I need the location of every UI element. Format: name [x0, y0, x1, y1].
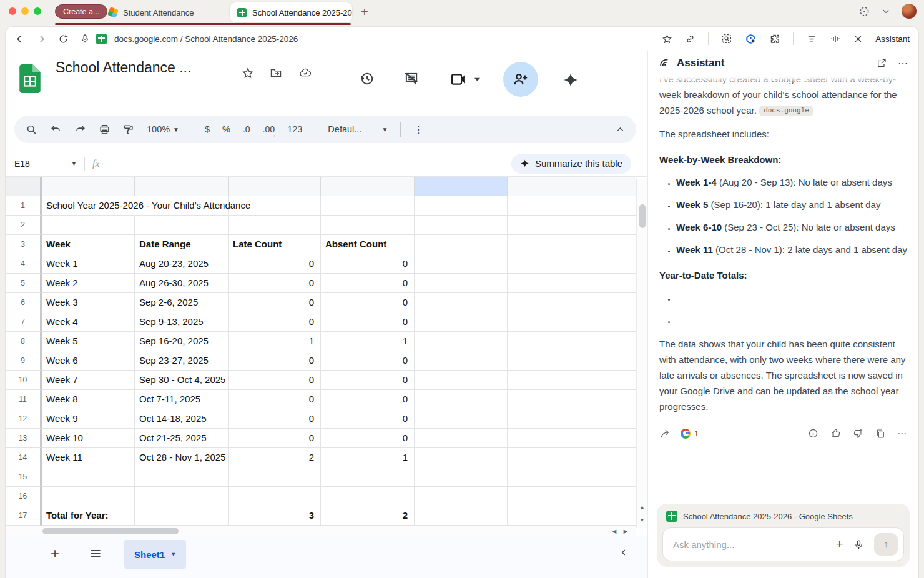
- cell-d[interactable]: 0: [321, 274, 415, 293]
- decrease-decimal-button[interactable]: .0←: [243, 124, 250, 134]
- cell-g[interactable]: [601, 371, 636, 390]
- cell-b[interactable]: Sep 16-20, 2025: [135, 332, 229, 351]
- cell-g[interactable]: [601, 409, 636, 429]
- camera-dropdown-caret[interactable]: [474, 77, 481, 82]
- move-folder-icon[interactable]: [269, 67, 283, 79]
- open-in-new-icon[interactable]: [877, 57, 887, 69]
- row-header[interactable]: 12: [6, 409, 42, 429]
- cell-c[interactable]: [229, 487, 321, 506]
- cell-e[interactable]: [415, 371, 508, 390]
- cell-a[interactable]: Week 7: [42, 371, 135, 390]
- print-icon[interactable]: [99, 124, 111, 136]
- cell-f[interactable]: [508, 216, 601, 235]
- cell-a[interactable]: Week 8: [42, 390, 135, 409]
- cell-e[interactable]: [415, 216, 508, 235]
- cell-f[interactable]: [508, 312, 601, 332]
- forward-icon[interactable]: [36, 34, 47, 44]
- cell-f[interactable]: [508, 332, 601, 351]
- message-more-icon[interactable]: ⋯: [897, 426, 907, 441]
- column-header[interactable]: [229, 177, 321, 196]
- audio-levels-icon[interactable]: [830, 33, 841, 44]
- cell-d[interactable]: [321, 487, 415, 506]
- reader-lines-icon[interactable]: [806, 33, 817, 44]
- toolbar-search-icon[interactable]: [26, 124, 37, 136]
- thumbs-down-icon[interactable]: [853, 428, 863, 439]
- share-button[interactable]: [503, 62, 538, 97]
- horizontal-scroll-thumb[interactable]: [42, 528, 179, 534]
- cell-b[interactable]: Sep 9-13, 2025: [135, 312, 229, 332]
- cell-b[interactable]: Oct 14-18, 2025: [135, 409, 229, 429]
- cloud-saved-icon[interactable]: [298, 67, 313, 79]
- url-field[interactable]: docs.google.com / School Attendance 2025…: [96, 34, 298, 44]
- assistant-toggle-label[interactable]: Assistant: [875, 34, 910, 44]
- cell-b[interactable]: Oct 7-11, 2025: [135, 390, 229, 409]
- more-toolbar-icon[interactable]: ⋮: [413, 124, 423, 136]
- back-icon[interactable]: [14, 34, 25, 44]
- row-header[interactable]: 2: [6, 216, 42, 235]
- cell-e[interactable]: [415, 467, 508, 487]
- cell-c[interactable]: 0: [229, 390, 321, 409]
- cell-e[interactable]: [415, 254, 508, 274]
- create-button[interactable]: Create a...: [55, 4, 107, 19]
- cell-a[interactable]: Week 2: [42, 274, 135, 293]
- cell-f[interactable]: [508, 235, 601, 254]
- password-manager-icon[interactable]: [745, 33, 757, 45]
- cell-e[interactable]: [415, 351, 508, 371]
- cell-e[interactable]: [415, 506, 508, 526]
- cell-c[interactable]: 3: [229, 506, 321, 526]
- assistant-more-icon[interactable]: ⋯: [898, 57, 908, 69]
- summarize-table-button[interactable]: Summarize this table: [511, 154, 631, 174]
- cell-c[interactable]: 0: [229, 312, 321, 332]
- cell-b[interactable]: [135, 467, 229, 487]
- cell-c[interactable]: [229, 467, 321, 487]
- cell-d[interactable]: 0: [321, 371, 415, 390]
- cell-c[interactable]: 0: [229, 293, 321, 312]
- cell-f[interactable]: [508, 274, 601, 293]
- cell-b[interactable]: Aug 26-30, 2025: [135, 274, 229, 293]
- redo-icon[interactable]: [74, 124, 86, 136]
- share-response-icon[interactable]: [659, 428, 671, 439]
- vertical-scroll-thumb[interactable]: [639, 204, 646, 228]
- paint-format-icon[interactable]: [123, 124, 134, 136]
- cell-f[interactable]: [508, 506, 601, 526]
- cell-c[interactable]: [229, 216, 321, 235]
- cell-b[interactable]: Oct 28 - Nov 1, 2025: [135, 448, 229, 467]
- cell-g[interactable]: [601, 487, 636, 506]
- scroll-down-icon[interactable]: ▼: [637, 514, 647, 527]
- font-select[interactable]: Defaul...▼: [328, 124, 388, 134]
- row-header[interactable]: 7: [6, 312, 42, 332]
- cell-a[interactable]: Week 1: [42, 254, 135, 274]
- row-header[interactable]: 11: [6, 390, 42, 409]
- cell-b[interactable]: [135, 216, 229, 235]
- cell-e[interactable]: [415, 235, 508, 254]
- cell-d[interactable]: 0: [321, 409, 415, 429]
- cell-g[interactable]: [601, 235, 636, 254]
- cell-e[interactable]: [415, 487, 508, 506]
- cell-c[interactable]: 1: [229, 332, 321, 351]
- cell-c[interactable]: 0: [229, 429, 321, 448]
- cell-d[interactable]: 0: [321, 293, 415, 312]
- cell-b[interactable]: Sep 2-6, 2025: [135, 293, 229, 312]
- cell-d[interactable]: [321, 467, 415, 487]
- cell-g[interactable]: [601, 390, 636, 409]
- cell-a[interactable]: Week 6: [42, 351, 135, 371]
- cell-f[interactable]: [508, 467, 601, 487]
- cell-f[interactable]: [508, 487, 601, 506]
- all-sheets-icon[interactable]: [89, 549, 102, 559]
- cell-f[interactable]: [508, 371, 601, 390]
- currency-format-button[interactable]: $: [205, 124, 210, 134]
- cell-d[interactable]: 1: [321, 448, 415, 467]
- cell-d[interactable]: 2: [321, 506, 415, 526]
- document-title[interactable]: School Attendance ...: [56, 59, 191, 76]
- cell-b[interactable]: [135, 506, 229, 526]
- undo-icon[interactable]: [50, 124, 62, 136]
- cell-g[interactable]: [601, 293, 636, 312]
- minimize-window-button[interactable]: [21, 7, 29, 15]
- cell-e[interactable]: [415, 196, 508, 216]
- cell-b[interactable]: [135, 487, 229, 506]
- copy-icon[interactable]: [875, 429, 885, 439]
- cell-f[interactable]: [508, 254, 601, 274]
- cell-b[interactable]: Sep 30 - Oct 4, 2025: [135, 371, 229, 390]
- cell-b[interactable]: Sep 23-27, 2025: [135, 351, 229, 371]
- zoom-window-button[interactable]: [34, 7, 41, 15]
